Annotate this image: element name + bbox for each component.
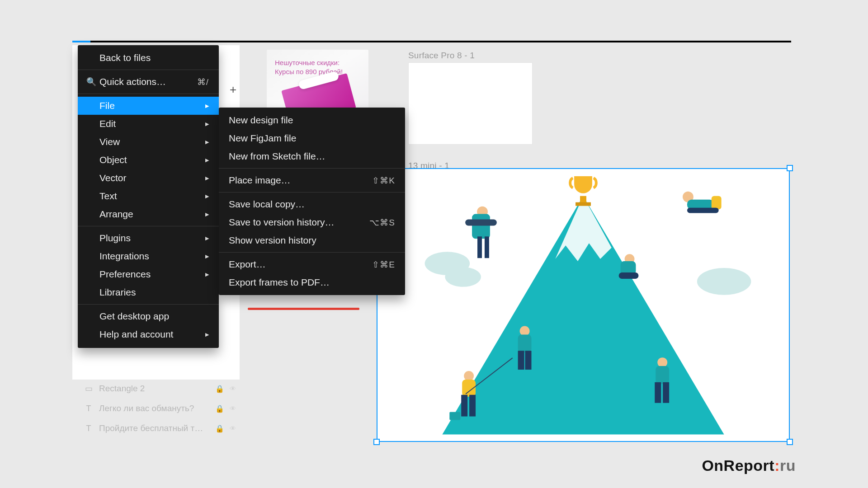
menu-separator [78, 304, 219, 305]
submenu-show-version-history[interactable]: Show version history [219, 231, 405, 249]
svg-point-29 [657, 357, 667, 367]
menu-quick-actions[interactable]: 🔍 Quick actions… ⌘/ [78, 73, 219, 91]
menu-libraries[interactable]: Libraries [78, 283, 219, 301]
svg-rect-8 [472, 214, 490, 239]
menu-separator [78, 226, 219, 226]
selection-handle-tr[interactable] [787, 165, 793, 171]
submenu-new-from-sketch[interactable]: New from Sketch file… [219, 147, 405, 165]
highlight-underline [248, 308, 359, 310]
submenu-new-design-file[interactable]: New design file [219, 111, 405, 129]
text-icon: T [84, 424, 94, 433]
rectangle-icon: ▭ [84, 384, 94, 394]
layer-label: Пройдите бесплатный т… [99, 423, 210, 433]
menu-object[interactable]: Object [78, 151, 219, 169]
submenu-new-figjam-file[interactable]: New FigJam file [219, 129, 405, 147]
svg-rect-25 [461, 395, 467, 417]
new-page-button[interactable]: + [230, 83, 236, 97]
svg-point-23 [464, 371, 474, 381]
svg-rect-18 [619, 272, 639, 279]
submenu-save-version-history[interactable]: Save to version history…⌥⌘S [219, 213, 405, 231]
menu-text[interactable]: Text [78, 187, 219, 205]
text-icon: T [84, 404, 94, 413]
menu-integrations[interactable]: Integrations [78, 247, 219, 265]
svg-rect-21 [518, 351, 524, 370]
menu-back-to-files[interactable]: Back to files [78, 49, 219, 67]
svg-rect-20 [518, 334, 532, 352]
menu-view[interactable]: View [78, 133, 219, 151]
visibility-icon[interactable]: 👁 [230, 405, 236, 412]
submenu-export-frames-pdf[interactable]: Export frames to PDF… [219, 273, 405, 291]
layer-label: Rectangle 2 [99, 384, 210, 394]
menu-help-account[interactable]: Help and account [78, 325, 219, 343]
svg-rect-3 [576, 202, 591, 206]
menu-arrange[interactable]: Arrange [78, 205, 219, 223]
menu-separator [78, 70, 219, 70]
menu-get-desktop-app[interactable]: Get desktop app [78, 307, 219, 325]
menu-separator [78, 94, 219, 94]
selection-handle-bl[interactable] [373, 439, 380, 445]
submenu-export[interactable]: Export…⇧⌘E [219, 255, 405, 273]
illustration-mountain [377, 169, 789, 441]
menu-separator [219, 192, 405, 192]
svg-rect-26 [469, 395, 476, 417]
visibility-icon[interactable]: 👁 [230, 385, 236, 392]
svg-rect-27 [449, 412, 460, 420]
svg-rect-32 [663, 382, 669, 403]
watermark-colon: : [774, 457, 780, 474]
main-menu: Back to files 🔍 Quick actions… ⌘/ File E… [78, 45, 219, 348]
visibility-icon[interactable]: 👁 [230, 425, 236, 432]
svg-rect-15 [687, 208, 719, 213]
menu-vector[interactable]: Vector [78, 169, 219, 187]
layer-row[interactable]: ▭ Rectangle 2 🔒 👁 [79, 379, 240, 399]
layer-label: Легко ли вас обмануть? [99, 404, 210, 413]
watermark: OnReport:ru [702, 457, 796, 474]
menu-preferences[interactable]: Preferences [78, 265, 219, 283]
svg-rect-30 [656, 366, 669, 384]
lock-icon[interactable]: 🔒 [215, 404, 224, 413]
menu-plugins[interactable]: Plugins [78, 229, 219, 247]
svg-rect-11 [485, 236, 489, 258]
watermark-brand: OnReport [702, 457, 774, 474]
svg-rect-2 [580, 196, 586, 203]
layers-list: ▭ Rectangle 2 🔒 👁 T Легко ли вас обманут… [79, 379, 240, 438]
svg-rect-10 [477, 236, 482, 258]
svg-rect-31 [655, 382, 661, 403]
svg-point-6 [697, 268, 751, 295]
frame-label-surface[interactable]: Surface Pro 8 - 1 [408, 51, 475, 61]
svg-point-5 [445, 267, 481, 287]
canvas-frame-promo[interactable]: Нешуточные скидки: Курсы по 890 рублей! [267, 50, 368, 108]
canvas-frame-selected[interactable] [377, 168, 790, 442]
search-icon: 🔍 [85, 77, 98, 87]
submenu-save-local-copy[interactable]: Save local copy… [219, 195, 405, 213]
layer-row[interactable]: T Легко ли вас обмануть? 🔒 👁 [79, 399, 240, 418]
svg-point-19 [520, 326, 530, 336]
window-top-border [72, 41, 791, 42]
file-submenu: New design file New FigJam file New from… [219, 108, 405, 295]
submenu-place-image[interactable]: Place image…⇧⌘K [219, 171, 405, 189]
selection-handle-br[interactable] [787, 439, 793, 445]
layer-row[interactable]: T Пройдите бесплатный т… 🔒 👁 [79, 418, 240, 438]
lock-icon[interactable]: 🔒 [215, 385, 224, 393]
svg-rect-22 [525, 351, 532, 370]
menu-edit[interactable]: Edit [78, 115, 219, 133]
lock-icon[interactable]: 🔒 [215, 424, 224, 433]
canvas-frame-surface[interactable] [408, 62, 533, 145]
menu-separator [219, 168, 405, 169]
watermark-tld: ru [780, 457, 796, 474]
menu-separator [219, 252, 405, 253]
svg-rect-9 [465, 220, 497, 226]
promo-line-1: Нешуточные скидки: [275, 59, 340, 66]
menu-file[interactable]: File [78, 97, 219, 115]
svg-rect-14 [712, 196, 722, 210]
window-top-accent [72, 41, 90, 42]
